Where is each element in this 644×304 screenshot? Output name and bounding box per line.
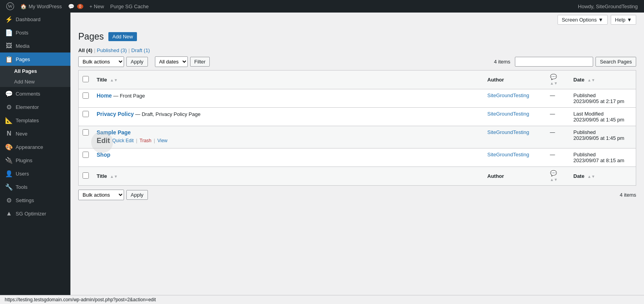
author-link[interactable]: SiteGroundTesting bbox=[487, 92, 529, 98]
appearance-icon: 🎨 bbox=[5, 143, 13, 150]
title-header[interactable]: Title ▲▼ bbox=[93, 70, 484, 89]
row-checkbox[interactable] bbox=[83, 152, 89, 158]
bulk-actions-select-top[interactable]: Bulk actions Edit Move to Trash bbox=[78, 56, 124, 67]
sidebar-all-pages[interactable]: All Pages bbox=[0, 66, 70, 76]
sidebar-item-appearance[interactable]: 🎨 Appearance bbox=[0, 140, 70, 154]
sidebar-item-neve[interactable]: N Neve bbox=[0, 127, 70, 140]
sidebar-add-new-page[interactable]: Add New bbox=[0, 76, 70, 87]
row-comments-cell: — bbox=[546, 107, 570, 126]
sidebar-item-comments[interactable]: 💬 Comments bbox=[0, 87, 70, 100]
help-button[interactable]: Help ▼ bbox=[611, 15, 636, 25]
row-checkbox[interactable] bbox=[83, 111, 89, 117]
sidebar-item-settings[interactable]: ⚙ Settings bbox=[0, 194, 70, 207]
page-header: Pages Add New bbox=[78, 31, 636, 43]
comment-count-val: — bbox=[550, 152, 555, 157]
trash-action[interactable]: Trash bbox=[140, 138, 151, 143]
row-author-cell: SiteGroundTesting bbox=[484, 89, 546, 107]
select-all-footer bbox=[79, 166, 93, 185]
row-author-cell: SiteGroundTesting bbox=[484, 126, 546, 148]
purge-cache-link[interactable]: Purge SG Cache bbox=[107, 0, 152, 13]
sidebar-item-elementor[interactable]: ⚙ Elementor bbox=[0, 100, 70, 114]
filter-all[interactable]: All (4) bbox=[78, 47, 92, 53]
sidebar-item-sg-optimizer[interactable]: ▲ SG Optimizer bbox=[0, 207, 70, 220]
sidebar-item-dashboard[interactable]: ⚡ Dashboard bbox=[0, 13, 70, 26]
author-link[interactable]: SiteGroundTesting bbox=[487, 129, 529, 135]
items-count-top: 4 items bbox=[494, 59, 510, 65]
new-label: + New bbox=[90, 4, 104, 9]
page-title-link[interactable]: Home bbox=[97, 92, 112, 99]
apply-button-bottom[interactable]: Apply bbox=[126, 190, 148, 200]
search-pages-button[interactable]: Search Pages bbox=[595, 57, 636, 67]
row-checkbox[interactable] bbox=[83, 92, 89, 99]
admin-bar: W 🏠 My WordPress 💬 0 + New Purge SG Cach… bbox=[0, 0, 644, 13]
sidebar-item-plugins[interactable]: 🔌 Plugins bbox=[0, 154, 70, 167]
sidebar-item-tools[interactable]: 🔧 Tools bbox=[0, 180, 70, 194]
filter-draft[interactable]: Draft (1) bbox=[131, 47, 150, 53]
site-name-link[interactable]: 🏠 My WordPress bbox=[17, 0, 65, 13]
site-name: My WordPress bbox=[29, 4, 62, 9]
page-actions: Edit Quick Edit | Trash | View bbox=[97, 137, 480, 145]
select-all-checkbox[interactable] bbox=[83, 76, 89, 82]
row-comments-cell: — bbox=[546, 89, 570, 107]
author-link[interactable]: SiteGroundTesting bbox=[487, 111, 529, 117]
sidebar-item-templates[interactable]: 📐 Templates bbox=[0, 114, 70, 127]
screen-options-button[interactable]: Screen Options ▼ bbox=[558, 15, 608, 25]
apply-button-top[interactable]: Apply bbox=[126, 57, 148, 67]
sidebar-pages-sub: All Pages Add New bbox=[0, 66, 70, 87]
author-link[interactable]: SiteGroundTesting bbox=[487, 152, 529, 157]
filter-button[interactable]: Filter bbox=[190, 57, 210, 67]
row-checkbox-cell bbox=[79, 126, 93, 148]
select-all-header bbox=[79, 70, 93, 89]
edit-action[interactable]: Edit bbox=[97, 137, 110, 145]
user-greeting[interactable]: Howdy, SiteGroundTesting bbox=[575, 0, 641, 13]
purge-label: Purge SG Cache bbox=[110, 4, 149, 9]
elementor-icon: ⚙ bbox=[5, 103, 13, 110]
table-header-row: Title ▲▼ Author 💬 ▲▼ Date ▲▼ bbox=[79, 70, 636, 89]
page-title-link[interactable]: Sample Page bbox=[97, 129, 131, 136]
author-header: Author bbox=[484, 70, 546, 89]
tools-icon: 🔧 bbox=[5, 183, 13, 190]
page-title-meta: — Draft, Privacy Policy Page bbox=[135, 111, 201, 117]
dashboard-icon: ⚡ bbox=[5, 16, 13, 23]
date-header[interactable]: Date ▲▼ bbox=[570, 70, 636, 89]
date-footer[interactable]: Date ▲▼ bbox=[570, 166, 636, 185]
filter-published[interactable]: Published (3) bbox=[97, 47, 127, 53]
select-all-checkbox-bottom[interactable] bbox=[83, 172, 89, 179]
title-footer[interactable]: Title ▲▼ bbox=[93, 166, 484, 185]
comments-icon: 💬 bbox=[68, 4, 74, 9]
comment-bubble-icon: 💬 bbox=[550, 74, 557, 80]
plugins-icon: 🔌 bbox=[5, 157, 13, 164]
sidebar-item-label: Templates bbox=[16, 118, 39, 123]
comment-count-val: — bbox=[550, 92, 555, 98]
sidebar-item-pages[interactable]: 📋 Pages bbox=[0, 52, 70, 66]
row-checkbox-cell bbox=[79, 107, 93, 126]
row-date-cell: Published 2023/09/05 at 1:45 pm bbox=[570, 126, 636, 148]
view-action[interactable]: View bbox=[157, 138, 167, 143]
date-sort-icon: ▲▼ bbox=[587, 78, 595, 82]
sidebar-item-label: Comments bbox=[16, 91, 40, 97]
row-checkbox[interactable] bbox=[83, 129, 89, 136]
bulk-actions-select-bottom[interactable]: Bulk actions Edit Move to Trash bbox=[78, 190, 124, 200]
comments-footer: 💬 ▲▼ bbox=[546, 166, 570, 185]
row-title-cell: Sample Page Edit Quick Edit | Trash bbox=[93, 126, 484, 148]
date-status: Last Modified bbox=[574, 111, 604, 117]
neve-icon: N bbox=[5, 130, 13, 137]
settings-icon: ⚙ bbox=[5, 197, 13, 204]
date-status: Published bbox=[574, 129, 596, 135]
sidebar-item-users[interactable]: 👤 Users bbox=[0, 167, 70, 180]
screen-meta-bar: Screen Options ▼ Help ▼ bbox=[70, 13, 644, 27]
sidebar-item-posts[interactable]: 📄 Posts bbox=[0, 26, 70, 39]
page-title-link[interactable]: Shop bbox=[97, 152, 110, 158]
quick-edit-action[interactable]: Quick Edit bbox=[112, 138, 134, 143]
add-new-button[interactable]: Add New bbox=[108, 32, 137, 41]
table-row: Shop Edit | Quick Edit | Trash | View bbox=[79, 148, 636, 166]
sidebar-item-label: Dashboard bbox=[16, 16, 41, 22]
new-content-link[interactable]: + New bbox=[86, 0, 107, 13]
all-dates-select[interactable]: All dates bbox=[155, 56, 188, 67]
search-input[interactable] bbox=[515, 57, 593, 67]
sidebar-item-media[interactable]: 🖼 Media bbox=[0, 39, 70, 52]
page-title-link[interactable]: Privacy Policy bbox=[97, 111, 134, 117]
wp-logo-link[interactable]: W bbox=[3, 0, 17, 13]
comments-link[interactable]: 💬 0 bbox=[65, 0, 86, 13]
bottom-bulk-area: Bulk actions Edit Move to Trash Apply bbox=[78, 190, 148, 200]
